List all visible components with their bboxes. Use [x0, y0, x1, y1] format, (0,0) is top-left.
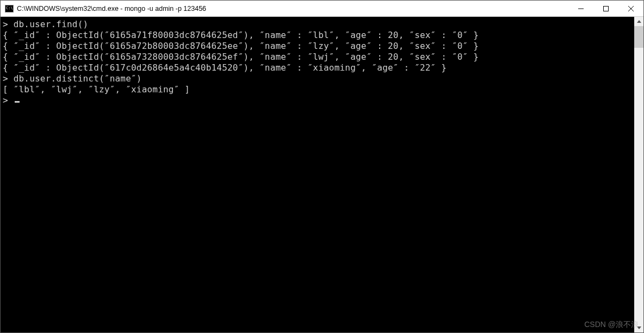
- cmd-icon: [5, 5, 14, 12]
- cmd-window: C:\WINDOWS\system32\cmd.exe - mongo -u a…: [0, 0, 644, 333]
- cursor: [15, 101, 20, 103]
- scroll-thumb[interactable]: [634, 26, 643, 48]
- scrollbar[interactable]: [634, 17, 643, 332]
- close-button[interactable]: [618, 1, 643, 16]
- console-area: > db.user.find() { ″_id″ : ObjectId(″616…: [1, 17, 643, 332]
- scroll-down-button[interactable]: [634, 323, 643, 332]
- console-output[interactable]: > db.user.find() { ″_id″ : ObjectId(″616…: [1, 17, 634, 332]
- minimize-button[interactable]: [568, 1, 593, 16]
- maximize-button[interactable]: [593, 1, 618, 16]
- window-controls: [568, 1, 643, 16]
- scroll-up-button[interactable]: [634, 17, 643, 26]
- titlebar[interactable]: C:\WINDOWS\system32\cmd.exe - mongo -u a…: [1, 1, 643, 17]
- window-title: C:\WINDOWS\system32\cmd.exe - mongo -u a…: [17, 5, 568, 12]
- svg-rect-1: [604, 6, 609, 11]
